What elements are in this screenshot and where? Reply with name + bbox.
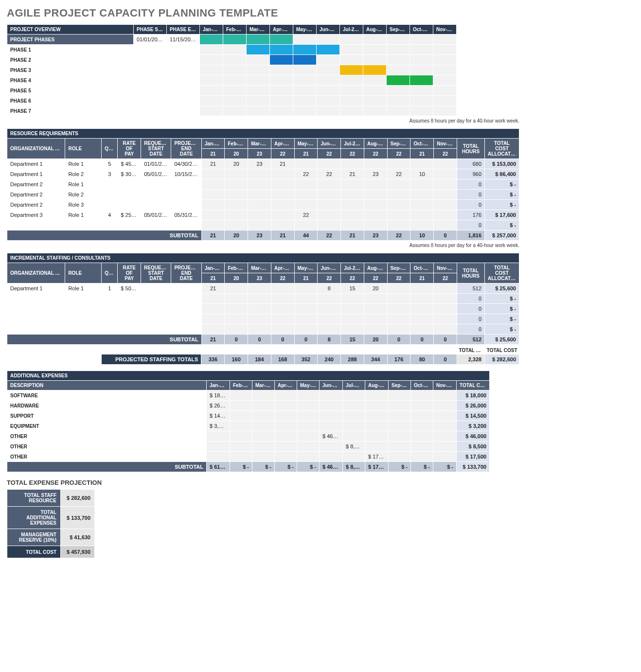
expense-cell	[297, 431, 320, 442]
expense-desc: SUPPORT	[7, 411, 207, 421]
expense-cell	[389, 411, 411, 421]
expense-cell	[411, 431, 433, 442]
expense-cell	[230, 421, 252, 431]
phase-start	[134, 86, 167, 96]
expense-cell	[411, 421, 433, 431]
subtotal-cell: $ 17,500	[365, 462, 389, 472]
gantt-cell	[433, 45, 457, 55]
gantt-cell	[410, 35, 433, 45]
gantt-cell	[433, 96, 457, 106]
gantt-cell	[363, 55, 387, 65]
month-days: 22	[387, 273, 410, 283]
row-total-hours: 0	[457, 200, 484, 210]
totals-cell: 352	[294, 354, 318, 365]
totals-hours: 2,328	[457, 354, 485, 365]
consultants-table: INCREMENTAL STAFFING / CONSULTANTS ORGAN…	[7, 253, 519, 345]
expense-cell	[230, 401, 252, 411]
subtotal-cell: 21	[271, 230, 294, 241]
month-cell	[434, 324, 457, 335]
expense-cell	[433, 401, 457, 411]
month-cell	[294, 314, 318, 324]
gantt-cell	[293, 55, 317, 65]
expense-cell	[297, 390, 320, 401]
month-cell	[271, 169, 294, 179]
month-days: 22	[318, 273, 341, 283]
phase-end	[167, 75, 200, 86]
data-cell	[7, 220, 65, 230]
row-total-hours: 0	[457, 179, 484, 190]
month-hdr: May-2027	[294, 263, 318, 273]
note-text: Assumes 8 hours per day for a 40-hour wo…	[7, 118, 519, 124]
expense-cell	[207, 452, 230, 462]
expense-cell	[252, 452, 275, 462]
row-total-cost: $ -	[485, 200, 519, 210]
expenses-subtotal-row: SUBTOTAL $ 61,700 $ - $ - $ - $ - $ 46,0…	[7, 462, 490, 472]
gantt-cell	[363, 75, 387, 86]
month-cell: 21	[271, 159, 294, 169]
month-days: 22	[387, 149, 410, 159]
month-cell: 23	[364, 169, 387, 179]
data-cell: Role 1	[65, 283, 102, 294]
data-cell	[118, 294, 141, 304]
month-hdr: Nov-2027	[434, 263, 457, 273]
month-cell	[248, 294, 271, 304]
row-total-hours: 680	[457, 159, 484, 169]
month-cell: 22	[294, 210, 318, 220]
data-cell	[118, 324, 141, 335]
expense-cell	[252, 390, 275, 401]
gantt-cell	[363, 65, 387, 75]
month-cell	[248, 210, 271, 220]
month-cell	[201, 314, 225, 324]
gantt-cell	[387, 96, 410, 106]
data-cell: Department 2	[7, 179, 65, 190]
gantt-cell	[317, 35, 340, 45]
month-cell	[248, 314, 271, 324]
projected-totals-row: PROJECTED STAFFING TOTALS 336 160 184 16…	[7, 354, 519, 365]
month-cell: 22	[294, 169, 318, 179]
expense-cell: $ 26,000	[207, 401, 230, 411]
row-total-cost: $ -	[485, 179, 519, 190]
expenses-table: ADDITIONAL EXPENSES DESCRIPTION Jan-2027…	[7, 371, 490, 472]
subtotal-cell: 0	[410, 335, 434, 345]
expense-cell	[343, 421, 365, 431]
month-cell	[225, 324, 248, 335]
data-cell	[171, 304, 201, 314]
month-cell	[201, 169, 225, 179]
month-hdr: May-2027	[294, 139, 318, 149]
gantt-cell	[270, 106, 293, 116]
gantt-cell	[433, 86, 457, 96]
subtotal-cell: 21	[201, 335, 225, 345]
gantt-cell	[200, 45, 223, 55]
month-cell	[434, 304, 457, 314]
month-cell	[225, 220, 248, 230]
month-cell	[318, 159, 341, 169]
phase-end	[167, 45, 200, 55]
month-days: 21	[410, 149, 434, 159]
expense-cell	[433, 431, 457, 442]
month-cell	[201, 294, 225, 304]
data-cell	[118, 220, 141, 230]
month-cell	[271, 210, 294, 220]
resource-table: RESOURCE REQUIREMENTS ORGANIZATIONAL ARE…	[7, 128, 519, 241]
subtotal-cell: $ -	[230, 462, 252, 472]
month-cell	[387, 314, 410, 324]
expense-cell	[320, 390, 343, 401]
data-cell: 01/01/2027	[141, 159, 171, 169]
data-cell: 3	[102, 169, 118, 179]
month-days: 23	[248, 149, 271, 159]
data-cell: $ 50.00	[118, 283, 141, 294]
expense-cell: $ 3,200	[207, 421, 230, 431]
gantt-cell	[433, 106, 457, 116]
month-cell	[318, 190, 341, 200]
gantt-cell	[410, 45, 433, 55]
gantt-cell	[387, 55, 410, 65]
gantt-cell	[433, 65, 457, 75]
month-cell	[201, 324, 225, 335]
month-hdr: May-2027	[297, 381, 320, 390]
month-cell	[271, 200, 294, 210]
gantt-cell	[387, 86, 410, 96]
totals-cell: 0	[434, 354, 457, 365]
subtotal-cell: 8	[318, 335, 341, 345]
month-cell	[387, 179, 410, 190]
data-cell	[102, 200, 118, 210]
